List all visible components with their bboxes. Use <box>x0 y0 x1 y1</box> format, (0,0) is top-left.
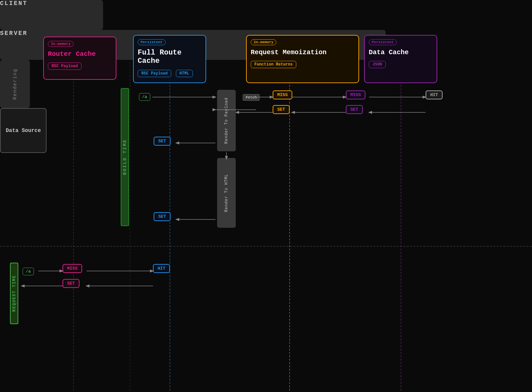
request-time-bar: REQUEST TIME <box>10 263 18 324</box>
build-miss-purple-label: MISS <box>346 90 365 99</box>
router-cache-rsc-badge: RSC Payload <box>48 63 81 70</box>
request-time-label: REQUEST TIME <box>12 275 17 312</box>
req-hit-blue: HIT <box>153 265 170 271</box>
router-cache-title: Router Cache <box>48 50 112 58</box>
build-set-blue-payload: SET <box>154 138 171 144</box>
build-hit-white-label: HIT <box>426 90 443 99</box>
build-route-a: /a <box>139 93 150 101</box>
build-set-blue-payload-label: SET <box>154 137 171 146</box>
time-divider <box>0 246 532 247</box>
build-set-orange: SET <box>273 106 290 112</box>
data-cache-title: Data Cache <box>369 49 433 56</box>
render-to-html-box: Render To HTML <box>217 158 236 228</box>
fetch-label: Fetch <box>243 94 260 101</box>
build-set-orange-label: SET <box>273 105 290 114</box>
req-hit-blue-label: HIT <box>153 264 170 273</box>
full-route-cache-box: Persistent Full Route Cache RSC Payload … <box>133 35 206 83</box>
request-memo-fn-badge: Function Returns <box>251 61 296 68</box>
client-section: CLIENT <box>0 0 103 30</box>
full-route-rsc-badge: RSC Payload <box>138 70 171 77</box>
full-route-html-badge: HTML <box>176 70 193 77</box>
data-cache-box: Persistent Data Cache JSON <box>364 35 437 83</box>
req-set-pink-label: SET <box>63 279 79 288</box>
build-time-bar: BUILD TIME <box>121 88 129 226</box>
build-miss-purple: MISS <box>346 92 365 98</box>
swimlane-datacache <box>401 45 401 392</box>
request-memo-title: Request Memoization <box>251 49 354 56</box>
data-cache-persistent-badge: Persistent <box>369 39 397 45</box>
req-set-pink: SET <box>63 280 79 286</box>
request-memo-memory-badge: In-memory <box>251 39 276 45</box>
swimlane-router <box>73 45 74 392</box>
router-cache-box: In-memory Router Cache RSC Payload <box>43 37 116 80</box>
server-label: SERVER <box>0 30 28 37</box>
build-set-purple: SET <box>346 106 363 112</box>
render-to-html-label: Render To HTML <box>224 174 229 212</box>
build-hit-white: HIT <box>426 92 443 98</box>
full-route-persistent-badge: Persistent <box>138 39 166 45</box>
build-time-label: BUILD TIME <box>122 139 127 175</box>
client-label: CLIENT <box>0 0 28 7</box>
build-set-blue-html: SET <box>154 213 171 219</box>
data-source-box: Data Source <box>0 108 47 153</box>
req-miss-pink-label: MISS <box>63 264 82 273</box>
build-miss-orange: MISS <box>273 92 292 98</box>
data-source-label: Data Source <box>6 128 41 134</box>
build-set-blue-html-label: SET <box>154 212 171 221</box>
data-cache-json-badge: JSON <box>369 61 386 68</box>
render-to-payload-box: Render To Payload <box>217 90 236 151</box>
req-miss-pink: MISS <box>63 265 82 271</box>
req-route-a-label: /a <box>23 268 34 275</box>
build-route-a-label: /a <box>139 93 150 101</box>
router-cache-memory-badge: In-memory <box>48 41 73 47</box>
build-set-purple-label: SET <box>346 105 363 114</box>
swimlane-divider1 <box>130 45 130 392</box>
render-to-payload-label: Render To Payload <box>224 97 229 144</box>
rendering-box: Rendering <box>0 60 30 108</box>
request-memo-box: In-memory Request Memoization Function R… <box>246 35 359 83</box>
diagram-container: CLIENT SERVER In-memory Router Cache RSC… <box>0 0 532 392</box>
build-miss-orange-label: MISS <box>273 90 292 99</box>
fetch-badge-container: Fetch <box>243 94 260 100</box>
rendering-label: Rendering <box>12 68 18 100</box>
full-route-cache-title: Full Route Cache <box>138 49 201 65</box>
req-route-a: /a <box>23 268 34 275</box>
